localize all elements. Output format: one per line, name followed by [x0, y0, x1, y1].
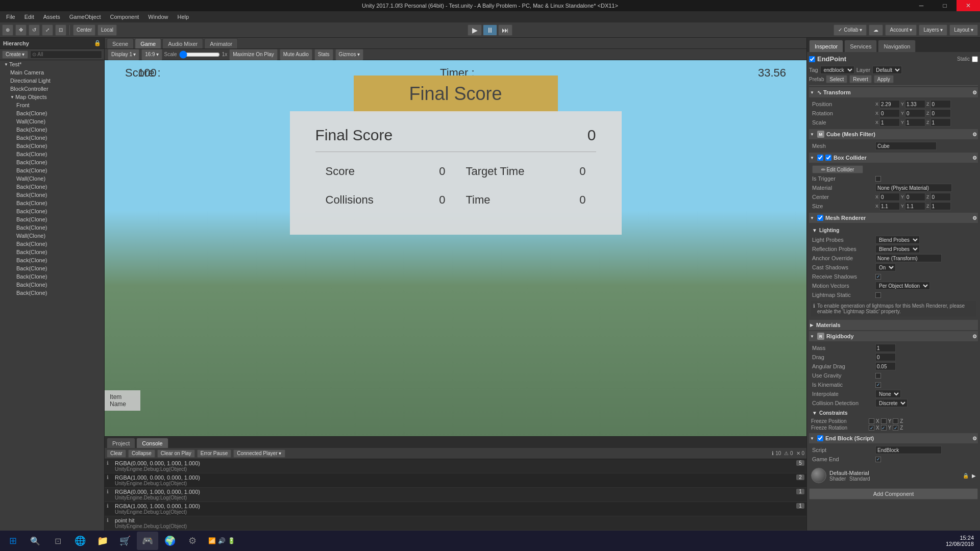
tool-move[interactable]: ⊕ — [2, 24, 13, 36]
console-item-0[interactable]: ℹ RGBA(0.000, 0.000, 1.000, 1.000) Unity… — [105, 459, 806, 473]
hier-clone-4[interactable]: Back(Clone) — [0, 142, 104, 150]
console-item-3[interactable]: ℹ RGBA(1.000, 1.000, 0.000, 1.000) Unity… — [105, 502, 806, 516]
end-block-settings-icon[interactable]: ⚙ — [972, 436, 977, 441]
menu-window[interactable]: Window — [144, 13, 172, 21]
end-block-enabled-checkbox[interactable] — [817, 435, 823, 441]
hier-clone-18[interactable]: Back(Clone) — [0, 272, 104, 281]
maximize-button[interactable]: □ — [933, 0, 957, 11]
hier-wall-3[interactable]: Wall(Clone) — [0, 232, 104, 240]
hier-item-mapobjects[interactable]: ▼ Map Objects — [0, 93, 104, 101]
hierarchy-search-input[interactable] — [30, 51, 102, 59]
tool-scale[interactable]: ⤢ — [42, 24, 53, 36]
mass-field[interactable] — [875, 344, 896, 352]
freeze-pos-x-checkbox[interactable] — [869, 418, 874, 424]
console-connected-player-button[interactable]: Connected Player ▾ — [233, 449, 285, 458]
revert-button[interactable]: Revert — [849, 75, 871, 83]
box-collider-settings-icon[interactable]: ⚙ — [972, 155, 977, 161]
start-button[interactable]: ⊞ — [2, 532, 23, 550]
scale-slider[interactable] — [179, 52, 220, 58]
materials-header[interactable]: ▶ Materials — [809, 320, 978, 330]
pos-x-field[interactable] — [879, 100, 900, 108]
menu-file[interactable]: File — [2, 13, 19, 21]
mesh-value-field[interactable] — [875, 142, 937, 150]
taskbar-explorer[interactable]: 📁 — [92, 532, 113, 550]
stats-button[interactable]: Stats — [314, 49, 333, 60]
tab-console[interactable]: Console — [136, 438, 168, 448]
tag-select[interactable]: endblock — [820, 66, 854, 74]
layer-select[interactable]: Default — [872, 66, 902, 74]
ccenter-y[interactable] — [905, 193, 925, 201]
hier-clone-16[interactable]: Back(Clone) — [0, 256, 104, 264]
menu-component[interactable]: Component — [106, 13, 143, 21]
scale-x-field[interactable] — [879, 118, 900, 127]
interpolate-select[interactable]: None — [875, 390, 901, 398]
tab-inspector[interactable]: Inspector — [809, 40, 843, 52]
layout-button[interactable]: Layout ▾ — [949, 24, 978, 36]
angular-drag-field[interactable] — [875, 362, 896, 370]
freeze-pos-y-checkbox[interactable] — [881, 418, 887, 424]
tab-services[interactable]: Services — [844, 40, 877, 52]
hier-clone-5[interactable]: Back(Clone) — [0, 150, 104, 158]
hier-clone-9[interactable]: Back(Clone) — [0, 191, 104, 199]
taskbar-chrome[interactable]: 🌍 — [159, 532, 181, 550]
reflection-probes-select[interactable]: Blend Probes — [875, 245, 920, 253]
pos-y-field[interactable] — [905, 100, 925, 108]
play-button[interactable]: ▶ — [468, 24, 482, 36]
mute-audio-button[interactable]: Mute Audio — [280, 49, 312, 60]
lightmap-static-checkbox[interactable] — [875, 292, 881, 298]
collab-button[interactable]: ✓ Collab ▾ — [834, 24, 867, 36]
box-collider-enabled-checkbox[interactable] — [817, 155, 823, 161]
scale-z-field[interactable] — [930, 118, 951, 127]
rigidbody-header[interactable]: ▼ R Rigidbody ⚙ — [809, 331, 978, 341]
taskbar-store[interactable]: 🛒 — [114, 532, 136, 550]
hier-clone-15[interactable]: Back(Clone) — [0, 248, 104, 256]
transform-header[interactable]: ▼ ⤡ Transform ⚙ — [809, 87, 978, 97]
anchor-override-field[interactable] — [875, 254, 942, 262]
console-item-2[interactable]: ℹ RGBA(0.000, 1.000, 0.000, 1.000) Unity… — [105, 488, 806, 502]
hier-clone-20[interactable]: Back(Clone) — [0, 289, 104, 297]
pause-button[interactable]: ⏸ — [483, 24, 497, 36]
collision-detection-select[interactable]: Discrete — [875, 399, 908, 407]
hier-item-test[interactable]: ▼ Test* — [0, 60, 104, 68]
hier-clone-3[interactable]: Back(Clone) — [0, 134, 104, 142]
mesh-filter-header[interactable]: ▼ M Cube (Mesh Filter) ⚙ — [809, 129, 978, 139]
taskbar-task-view[interactable]: ⊡ — [47, 532, 68, 550]
hier-clone-14[interactable]: Back(Clone) — [0, 240, 104, 248]
is-trigger-checkbox[interactable] — [875, 176, 881, 182]
ccenter-x[interactable] — [879, 193, 900, 201]
ratio-selector[interactable]: 16:9 ▾ — [141, 49, 162, 60]
console-clear-on-play-button[interactable]: Clear on Play — [157, 449, 195, 458]
console-clear-button[interactable]: Clear — [107, 449, 126, 458]
csize-y[interactable] — [905, 202, 925, 210]
mesh-filter-settings-icon[interactable]: ⚙ — [972, 132, 977, 137]
mesh-renderer-enabled-checkbox[interactable] — [817, 215, 823, 221]
csize-z[interactable] — [930, 202, 951, 210]
lighting-section[interactable]: ▼ Lighting — [811, 226, 976, 234]
hier-item-dirlight[interactable]: Directional Light — [0, 77, 104, 85]
tool-pan[interactable]: ✥ — [15, 24, 27, 36]
close-button[interactable]: ✕ — [957, 0, 980, 11]
tab-project[interactable]: Project — [107, 438, 135, 448]
rot-y-field[interactable] — [905, 109, 925, 117]
hier-clone-1[interactable]: Back(Clone) — [0, 109, 104, 117]
static-checkbox[interactable] — [972, 56, 978, 62]
ccenter-z[interactable] — [930, 193, 951, 201]
hier-clone-19[interactable]: Back(Clone) — [0, 281, 104, 289]
cast-shadows-select[interactable]: On — [875, 263, 896, 271]
rot-x-field[interactable] — [879, 109, 900, 117]
console-item-1[interactable]: ℹ RGBA(1.000, 0.000, 0.000, 1.000) Unity… — [105, 473, 806, 488]
console-collapse-button[interactable]: Collapse — [128, 449, 155, 458]
hier-clone-6[interactable]: Back(Clone) — [0, 158, 104, 166]
apply-button[interactable]: Apply — [874, 75, 894, 83]
hier-clone-10[interactable]: Back(Clone) — [0, 199, 104, 207]
taskbar-ie[interactable]: 🌐 — [69, 532, 91, 550]
material-expand-icon[interactable]: ▶ — [972, 473, 976, 479]
tab-audio-mixer[interactable]: Audio Mixer — [162, 38, 203, 48]
motion-vectors-select[interactable]: Per Object Motion — [875, 282, 930, 290]
is-kinematic-checkbox[interactable] — [875, 382, 881, 388]
tab-navigation[interactable]: Navigation — [878, 40, 916, 52]
hier-clone-7[interactable]: Back(Clone) — [0, 166, 104, 174]
constraints-section[interactable]: ▼ Constraints — [811, 409, 976, 417]
hier-item-maincamera[interactable]: Main Camera — [0, 68, 104, 77]
object-active-checkbox[interactable] — [809, 56, 815, 62]
